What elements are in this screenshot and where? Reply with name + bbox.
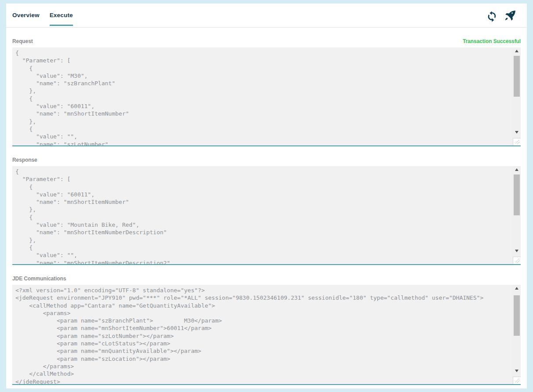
scroll-down-arrow-icon[interactable] xyxy=(513,367,521,374)
scrollbar-thumb[interactable] xyxy=(514,174,520,215)
scrollbar-thumb[interactable] xyxy=(514,56,520,97)
scrollbar-thumb[interactable] xyxy=(514,295,520,336)
toolbar xyxy=(486,10,516,22)
resize-grip-icon[interactable] xyxy=(513,377,521,384)
scroll-up-arrow-icon[interactable] xyxy=(513,285,521,292)
execute-panel: Request Transaction Successful { "Parame… xyxy=(6,38,527,385)
execute-launch-button[interactable] xyxy=(504,10,516,22)
scroll-down-arrow-icon[interactable] xyxy=(513,247,521,254)
response-code-area[interactable]: { "Parameter": [ { "value": "60011", "na… xyxy=(12,166,521,265)
request-code-area[interactable]: { "Parameter": [ { "value": "M30", "name… xyxy=(12,47,521,146)
scroll-up-arrow-icon[interactable] xyxy=(513,47,521,54)
tab-execute[interactable]: Execute xyxy=(50,12,73,25)
refresh-icon xyxy=(486,10,498,22)
tab-bar: Overview Execute xyxy=(6,4,527,28)
resize-grip-icon[interactable] xyxy=(513,138,521,145)
response-code-text: { "Parameter": [ { "value": "60011", "na… xyxy=(12,166,512,264)
rocket-icon xyxy=(504,10,516,22)
scroll-down-arrow-icon[interactable] xyxy=(513,129,521,136)
scroll-up-arrow-icon[interactable] xyxy=(513,166,521,173)
response-scrollbar[interactable] xyxy=(513,166,521,264)
jde-code-text: <?xml version="1.0" encoding="UTF-8" sta… xyxy=(12,285,512,384)
main-card: Overview Execute xyxy=(6,4,527,388)
jde-scrollbar[interactable] xyxy=(513,285,521,384)
tab-overview[interactable]: Overview xyxy=(12,12,40,25)
request-scrollbar[interactable] xyxy=(513,47,521,145)
transaction-status-badge: Transaction Successful xyxy=(463,38,521,44)
refresh-button[interactable] xyxy=(486,10,498,22)
request-label: Request xyxy=(12,38,33,44)
jde-communications-label: JDE Communications xyxy=(12,276,66,282)
resize-grip-icon[interactable] xyxy=(513,257,521,264)
jde-communications-code-area[interactable]: <?xml version="1.0" encoding="UTF-8" sta… xyxy=(12,285,521,385)
request-code-text: { "Parameter": [ { "value": "M30", "name… xyxy=(12,47,512,145)
response-label: Response xyxy=(12,157,37,163)
